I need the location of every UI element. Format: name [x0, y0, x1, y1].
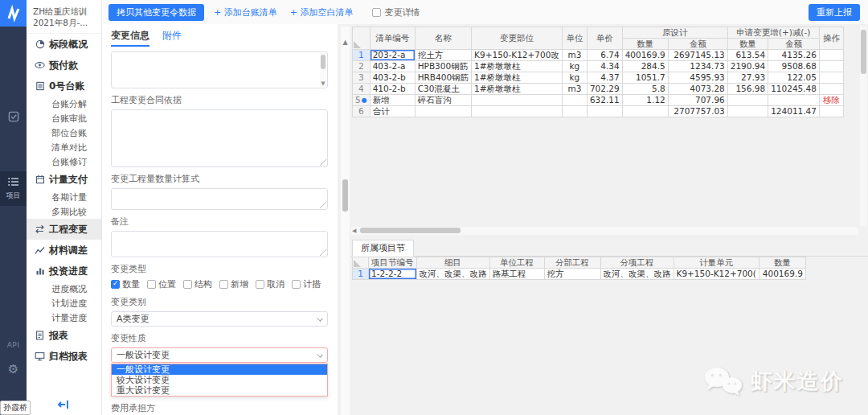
checkbox-icon[interactable]: [292, 280, 301, 289]
cell[interactable]: 27.93: [727, 72, 768, 84]
cell[interactable]: 403-2-a: [370, 61, 415, 72]
project-title[interactable]: ZH给重庆培训 2021年8月-...: [27, 0, 101, 34]
col-header-node-code[interactable]: 项目节编号: [369, 257, 417, 269]
cell[interactable]: 613.54: [727, 50, 768, 61]
sidebar-item-12[interactable]: 材料调差: [27, 240, 101, 261]
cell[interactable]: 1.12: [622, 95, 668, 106]
resize-handle-icon[interactable]: [320, 159, 326, 166]
cell[interactable]: 1234.73: [668, 61, 727, 72]
resize-handle-icon[interactable]: [320, 249, 326, 256]
cell[interactable]: [587, 106, 622, 117]
cell[interactable]: 1#桥墩墩柱: [472, 72, 563, 84]
cell[interactable]: C30混凝土: [415, 84, 471, 95]
cell[interactable]: 156.98: [727, 84, 768, 95]
scroll-down-icon[interactable]: ▼: [320, 80, 326, 87]
nature-option-2[interactable]: 重大设计变更: [112, 385, 327, 396]
collapse-exit-icon[interactable]: [57, 399, 70, 413]
cell[interactable]: 124011.47: [768, 106, 820, 117]
nature-select[interactable]: 一般设计变更: [111, 347, 328, 363]
checkbox-icon[interactable]: [147, 280, 156, 289]
remark-textarea[interactable]: [111, 231, 328, 257]
resubmit-button[interactable]: 重新上报: [809, 4, 860, 21]
quantity-calc-textarea[interactable]: [111, 188, 328, 210]
tab-project-node[interactable]: 所属项目节: [352, 240, 414, 257]
sidebar-item-8[interactable]: 计量支付: [27, 169, 101, 190]
tasks-check-icon[interactable]: [0, 111, 27, 125]
scroll-left-icon[interactable]: ◀: [352, 227, 356, 235]
cell[interactable]: HRB400钢筋: [415, 72, 471, 84]
cell[interactable]: m3: [562, 50, 587, 61]
change-detail-toggle[interactable]: 变更详情: [372, 6, 420, 18]
checkbox-icon[interactable]: [111, 280, 120, 289]
cell[interactable]: m3: [562, 84, 587, 95]
contract-basis-textarea[interactable]: [111, 109, 328, 167]
cell[interactable]: 改河、改渠、改路: [600, 269, 674, 280]
cell[interactable]: 110245.48: [768, 84, 820, 95]
sidebar-item-0[interactable]: 标段概况: [27, 34, 101, 55]
cell[interactable]: 合计: [370, 106, 415, 117]
sidebar-item-11[interactable]: 工程变更: [27, 219, 101, 240]
change-type-5[interactable]: 计措: [292, 278, 321, 290]
cell[interactable]: 挖土方: [415, 50, 471, 61]
cell[interactable]: 400169.9: [759, 269, 805, 280]
cell[interactable]: 2190.94: [727, 61, 768, 72]
cell[interactable]: [472, 106, 563, 117]
checkbox-icon[interactable]: [256, 280, 264, 289]
cell[interactable]: [562, 106, 587, 117]
cell[interactable]: [415, 106, 471, 117]
scrollbar-thumb[interactable]: [360, 228, 461, 233]
cell[interactable]: K9+150-K12+700(: [674, 269, 759, 280]
sidebar-item-10[interactable]: 多期比较: [27, 204, 101, 219]
cell[interactable]: [472, 95, 563, 106]
scrollbar-thumb[interactable]: [321, 55, 326, 69]
tab-attachment[interactable]: 附件: [162, 29, 182, 47]
cell[interactable]: 2697145.13: [668, 50, 727, 61]
checkbox-icon[interactable]: [183, 280, 192, 289]
api-link[interactable]: API: [0, 341, 27, 349]
cell[interactable]: 203-2-a: [370, 50, 415, 61]
app-logo[interactable]: [0, 0, 27, 27]
cell[interactable]: 路基工程: [489, 269, 544, 280]
sidebar-item-16[interactable]: 计量进度: [27, 310, 101, 325]
sidebar-item-14[interactable]: 进度概况: [27, 281, 101, 296]
add-blank-list-button[interactable]: + 添加空白清单: [287, 6, 357, 18]
cell[interactable]: [768, 95, 820, 106]
cell[interactable]: 1-2-2-2: [369, 269, 417, 280]
change-type-4[interactable]: 取消: [256, 278, 285, 290]
resize-handle-icon[interactable]: [320, 202, 326, 208]
sidebar-item-17[interactable]: 报表: [27, 325, 101, 346]
cell[interactable]: 707.96: [668, 95, 727, 106]
sidebar-item-1[interactable]: 预付款: [27, 55, 101, 76]
scrollbar-thumb[interactable]: [342, 179, 348, 212]
cell[interactable]: [562, 95, 587, 106]
sidebar-item-9[interactable]: 各期计量: [27, 190, 101, 204]
cell[interactable]: 6.74: [587, 50, 622, 61]
change-detail-checkbox[interactable]: [372, 8, 381, 17]
cell[interactable]: 632.11: [587, 95, 622, 106]
cell[interactable]: [622, 106, 668, 117]
sidebar-item-13[interactable]: 投资进度: [27, 261, 101, 281]
sidebar-item-18[interactable]: 归档报表: [27, 346, 101, 367]
cell[interactable]: [727, 106, 768, 117]
sidebar-item-4[interactable]: 台账审批: [27, 111, 101, 125]
sidebar-item-2[interactable]: 0号台账: [27, 76, 101, 97]
nature-option-1[interactable]: 较大设计变更: [112, 375, 327, 385]
cell[interactable]: 4073.28: [668, 84, 727, 95]
change-type-0[interactable]: 数量: [111, 278, 140, 290]
remove-link[interactable]: 移除: [823, 95, 840, 105]
add-ledger-list-button[interactable]: + 添加台账清单: [211, 6, 280, 18]
change-type-2[interactable]: 结构: [183, 278, 212, 290]
cell[interactable]: kg: [562, 72, 587, 84]
cell[interactable]: 4.37: [587, 72, 622, 84]
cell[interactable]: 5.8: [622, 84, 668, 95]
settings-gear-icon[interactable]: ⚙: [0, 362, 27, 376]
cell[interactable]: 挖方: [544, 269, 600, 280]
cell[interactable]: 4.34: [587, 61, 622, 72]
cell[interactable]: 改河、改渠、改路: [416, 269, 489, 280]
cell[interactable]: 4135.26: [768, 50, 820, 61]
sidebar-item-6[interactable]: 清单对比: [27, 140, 101, 154]
checkbox-icon[interactable]: [219, 280, 228, 289]
change-type-3[interactable]: 新增: [219, 278, 248, 290]
cell[interactable]: 400169.9: [622, 50, 668, 61]
cell[interactable]: 2707757.03: [668, 106, 727, 117]
